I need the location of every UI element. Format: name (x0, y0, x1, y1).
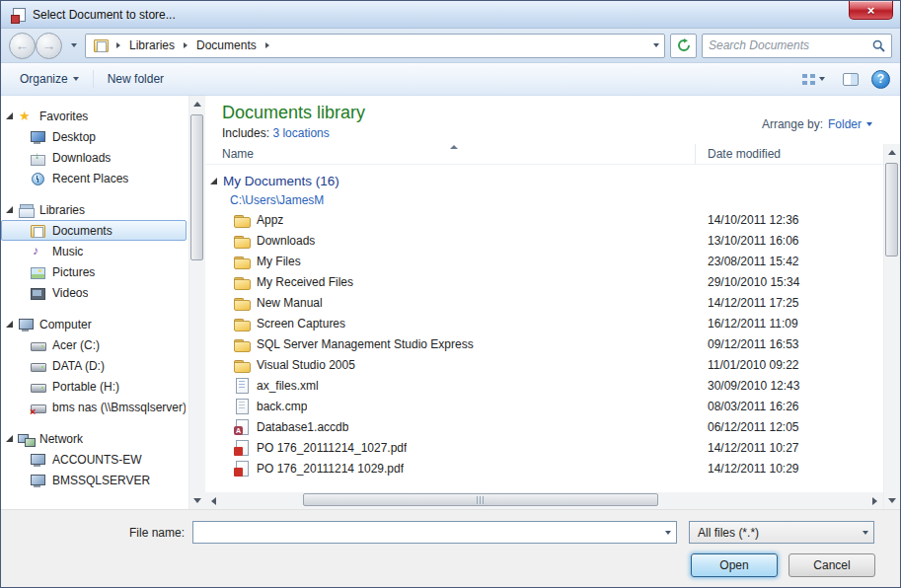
close-button[interactable] (849, 1, 893, 20)
scroll-right-button[interactable] (866, 492, 883, 509)
new-folder-button[interactable]: New folder (99, 67, 173, 91)
arrange-by-dropdown[interactable]: Folder (828, 117, 862, 131)
file-row-downloads[interactable]: Downloads 13/10/2011 16:06 (205, 230, 883, 251)
group-header-my-documents[interactable]: My Documents (16) (205, 170, 883, 191)
arrow-down-icon (888, 498, 896, 503)
scroll-down-button[interactable] (884, 492, 900, 509)
titlebar: Select Document to store... (1, 1, 900, 29)
scroll-track[interactable] (189, 112, 205, 492)
sidebar-item-music[interactable]: Music (1, 241, 187, 261)
group-path-link[interactable]: C:\Users\JamesM (230, 193, 324, 207)
file-row-back-cmp[interactable]: back.cmp 08/03/2011 16:26 (205, 396, 883, 416)
preview-pane-button[interactable] (838, 69, 863, 90)
scroll-thumb[interactable] (190, 114, 203, 260)
scroll-track[interactable] (884, 161, 900, 492)
sidebar-section-network[interactable]: Network (1, 428, 188, 449)
breadcrumb-arrow-icon (265, 42, 269, 48)
file-date: 08/03/2011 16:26 (696, 400, 883, 413)
file-name-dropdown[interactable] (659, 522, 676, 543)
chevron-down-icon (863, 531, 868, 535)
column-header-name[interactable]: Name (205, 144, 696, 164)
app-icon (10, 7, 26, 23)
sidebar-item-videos[interactable]: Videos (1, 282, 187, 303)
file-row-screen-captures[interactable]: Screen Captures 16/12/2011 11:09 (205, 313, 883, 333)
scroll-track[interactable] (222, 492, 866, 509)
collapse-icon (6, 435, 13, 442)
library-title: Documents library (222, 103, 365, 123)
scroll-up-button[interactable] (884, 144, 900, 161)
refresh-button[interactable] (670, 34, 697, 58)
sidebar-item-accounts-ew[interactable]: ACCOUNTS-EW (1, 449, 187, 470)
sidebar-item-desktop[interactable]: Desktop (1, 126, 187, 147)
star-icon (18, 109, 35, 124)
search-input[interactable] (709, 38, 872, 52)
scroll-left-button[interactable] (205, 492, 222, 509)
file-row-database1-accdb[interactable]: Database1.accdb 06/12/2011 12:05 (205, 416, 883, 437)
file-row-po-176-20111214-1027-pdf[interactable]: PO 176_20111214_1027.pdf 14/12/2011 10:2… (205, 437, 883, 458)
sidebar-section-computer[interactable]: Computer (1, 314, 188, 334)
file-row-my-received-files[interactable]: My Received Files 29/10/2010 15:34 (205, 271, 883, 292)
sidebar-scrollbar[interactable] (188, 96, 205, 509)
file-list-scrollbar[interactable] (883, 144, 900, 509)
column-header-date-modified[interactable]: Date modified (696, 144, 883, 164)
horizontal-scrollbar[interactable] (205, 492, 883, 509)
arrow-right-icon (872, 497, 877, 505)
sidebar-item-data-d[interactable]: DATA (D:) (1, 355, 187, 376)
music-icon (30, 244, 46, 259)
back-button[interactable] (9, 33, 36, 59)
sidebar-item-acer-c[interactable]: Acer (C:) (1, 334, 187, 355)
file-row-visual-studio-2005[interactable]: Visual Studio 2005 11/01/2010 09:22 (205, 354, 883, 375)
scroll-up-button[interactable] (189, 96, 205, 112)
file-row-appz[interactable]: Appz 14/10/2011 12:36 (205, 209, 883, 230)
locations-link[interactable]: 3 locations (272, 126, 329, 140)
folder-icon (233, 254, 250, 269)
open-button[interactable]: Open (691, 553, 778, 577)
breadcrumb-item-libraries[interactable]: Libraries (124, 36, 191, 56)
change-view-button[interactable] (797, 70, 830, 89)
file-type-dropdown[interactable] (857, 522, 873, 543)
nav-history-dropdown[interactable] (67, 35, 80, 56)
sidebar-section: Libraries Documents Music Pictures Video… (1, 199, 188, 303)
sidebar-item-pictures[interactable]: Pictures (1, 261, 187, 282)
file-name-cell: My Files (205, 254, 696, 269)
file-row-po-176-20111214-1029-pdf[interactable]: PO 176_20111214 1029.pdf 14/12/2011 10:2… (205, 458, 883, 478)
organize-button[interactable]: Organize (11, 67, 88, 91)
scroll-thumb[interactable] (303, 493, 658, 506)
file-name: Database1.accdb (257, 420, 348, 434)
file-row-sql-server-management-studio-express[interactable]: SQL Server Management Studio Express 09/… (205, 333, 883, 354)
toolbar-separator (93, 70, 94, 88)
address-bar[interactable]: Libraries Documents (85, 34, 665, 58)
file-dialog-window: Select Document to store... Libraries Do… (0, 0, 901, 588)
sidebar-item-documents[interactable]: Documents (1, 220, 187, 241)
file-type-select[interactable]: All files (*.*) (689, 521, 874, 544)
sidebar-item-label: DATA (D:) (52, 359, 105, 373)
forward-button[interactable] (36, 33, 62, 59)
drive-icon (30, 337, 46, 353)
sidebar-item-recent-places[interactable]: Recent Places (1, 168, 187, 188)
collapse-icon (6, 112, 13, 119)
sidebar-item-bms-nas-bmssqlserver-m[interactable]: bms nas (\\Bmssqlserver) (M (1, 397, 187, 417)
help-button[interactable] (871, 70, 890, 89)
scroll-down-button[interactable] (189, 492, 205, 509)
address-dropdown[interactable] (647, 43, 664, 47)
drivex-icon (30, 400, 46, 415)
column-headers: Name Date modified (205, 144, 883, 165)
cancel-button[interactable]: Cancel (788, 553, 875, 577)
file-name-input[interactable] (193, 526, 659, 540)
sidebar-section-favorites[interactable]: Favorites (1, 106, 188, 126)
sidebar-item-label: BMSSQLSERVER (52, 474, 150, 487)
file-name: New Manual (257, 296, 323, 310)
chevron-down-icon (71, 43, 77, 47)
sidebar-item-bmssqlserver[interactable]: BMSSQLSERVER (1, 470, 187, 490)
sidebar-item-portable-h[interactable]: Portable (H:) (1, 376, 187, 397)
file-row-my-files[interactable]: My Files 23/08/2011 15:42 (205, 251, 883, 271)
group-path: C:\Users\JamesM (205, 191, 883, 209)
file-row-new-manual[interactable]: New Manual 14/12/2011 17:25 (205, 292, 883, 313)
scroll-thumb[interactable] (885, 163, 898, 257)
file-row-ax-files-xml[interactable]: ax_files.xml 30/09/2010 12:43 (205, 375, 883, 396)
sidebar-section-libraries[interactable]: Libraries (1, 199, 188, 220)
sidebar-item-downloads[interactable]: Downloads (1, 147, 187, 168)
main-panel: Documents library Includes: 3 locations … (205, 96, 900, 509)
breadcrumb-item-documents[interactable]: Documents (191, 36, 273, 56)
file-date: 16/12/2011 11:09 (696, 317, 883, 331)
